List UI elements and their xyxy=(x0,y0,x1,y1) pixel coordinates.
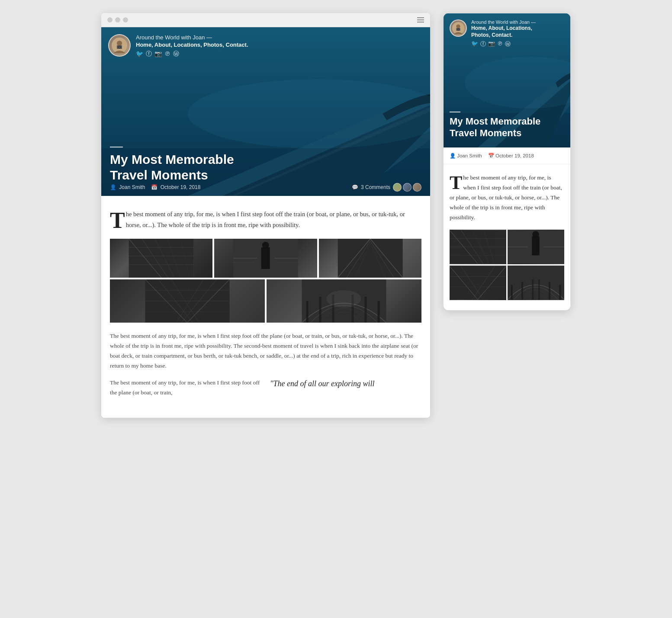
mobile-wordpress-icon[interactable]: Ⓦ xyxy=(505,40,511,48)
mobile-twitter-icon[interactable]: 🐦 xyxy=(471,40,478,48)
hero-content: My Most Memorable Travel Moments xyxy=(110,147,234,183)
photo-row-2 xyxy=(110,279,421,323)
hero-section: Around the World with Joan — Home, About… xyxy=(101,27,430,196)
mobile-photo-grid xyxy=(450,230,564,300)
mobile-facebook-icon[interactable]: ⓕ xyxy=(480,40,486,48)
browser-dots xyxy=(107,17,128,22)
mobile-blog-nav[interactable]: Home, About, Locations, Photos, Contact. xyxy=(471,25,536,38)
svg-rect-45 xyxy=(306,301,309,323)
blog-title-area: Around the World with Joan — Home, About… xyxy=(136,34,248,58)
svg-rect-83 xyxy=(521,282,523,300)
mobile-calendar-icon: 📅 xyxy=(488,153,495,158)
wordpress-icon[interactable]: Ⓦ xyxy=(173,50,179,58)
blog-site-title: Around the World with Joan — xyxy=(136,34,248,41)
mobile-drop-cap: T xyxy=(450,175,462,191)
svg-rect-81 xyxy=(508,266,564,300)
mobile-title-line1: My Most Memorable xyxy=(450,116,564,127)
dot-red xyxy=(107,17,113,22)
mobile-post-date: October 19, 2018 xyxy=(495,153,534,158)
photo-5 xyxy=(267,279,421,323)
photo-grid xyxy=(110,239,421,323)
mobile-blog-social: 🐦 ⓕ 📷 ℗ Ⓦ xyxy=(471,40,536,48)
article-intro-text: he best moment of any trip, for me, is w… xyxy=(126,211,405,228)
drop-cap-letter: T xyxy=(110,211,125,230)
comment-icon: 💬 xyxy=(352,184,358,190)
hero-meta-left: 👤 Joan Smith 📅 October 19, 2018 xyxy=(110,184,200,190)
svg-rect-74 xyxy=(450,266,506,300)
article-bottom: The best moment of any trip, for me, is … xyxy=(110,378,421,405)
mobile-title-line2: Travel Moments xyxy=(450,128,564,139)
dot-yellow xyxy=(115,17,120,22)
mobile-photo-row-2 xyxy=(450,266,564,300)
svg-rect-85 xyxy=(538,279,540,300)
mobile-nav-line1: Home, About, Locations, xyxy=(471,25,536,32)
svg-point-7 xyxy=(119,47,120,48)
mobile-pinterest-icon[interactable]: ℗ xyxy=(497,40,503,48)
facebook-icon[interactable]: ⓕ xyxy=(146,50,152,58)
commenter-avatar-3 xyxy=(413,183,421,192)
svg-rect-87 xyxy=(559,285,561,300)
mobile-article-text: he best moment of any trip, for me, is w… xyxy=(450,174,562,221)
mobile-instagram-icon[interactable]: 📷 xyxy=(488,40,495,48)
photo-4 xyxy=(110,279,265,323)
mobile-hero-divider xyxy=(450,112,460,112)
mobile-author-meta: 👤 Joan Smith xyxy=(450,153,482,159)
article-body: The best moment of any trip, for me, is … xyxy=(110,331,421,371)
mobile-blog-site-title: Around the World with Joan — xyxy=(471,19,536,25)
mobile-author-icon: 👤 xyxy=(450,153,457,158)
pullquote: "The end of all our exploring will xyxy=(270,378,421,390)
svg-rect-50 xyxy=(378,301,380,323)
commenter-avatar-2 xyxy=(403,183,412,192)
date-meta: 📅 October 19, 2018 xyxy=(151,184,200,190)
hero-title: My Most Memorable Travel Moments xyxy=(110,152,234,183)
pinterest-icon[interactable]: ℗ xyxy=(164,50,170,58)
browser-menu-icon[interactable] xyxy=(417,17,424,22)
author-meta: 👤 Joan Smith xyxy=(110,184,145,190)
article-intro: T he best moment of any trip, for me, is… xyxy=(110,209,421,230)
hero-title-line2: Travel Moments xyxy=(110,167,234,183)
hero-title-line1: My Most Memorable xyxy=(110,152,234,167)
mobile-photo-1 xyxy=(450,230,506,264)
twitter-icon[interactable]: 🐦 xyxy=(136,50,143,58)
mobile-photo-row-1 xyxy=(450,230,564,264)
menu-line xyxy=(417,22,424,22)
blog-nav[interactable]: Home, About, Locations, Photos, Contact. xyxy=(136,42,248,48)
svg-point-51 xyxy=(327,290,361,307)
hero-meta: 👤 Joan Smith 📅 October 19, 2018 💬 3 Comm… xyxy=(110,183,421,192)
menu-line xyxy=(417,17,424,18)
mobile-article: T he best moment of any trip, for me, is… xyxy=(444,164,570,310)
author-icon: 👤 xyxy=(110,184,116,190)
desktop-browser: Around the World with Joan — Home, About… xyxy=(101,13,430,418)
hero-meta-right: 💬 3 Comments xyxy=(352,183,421,192)
hero-divider xyxy=(110,147,123,147)
mobile-photo-3 xyxy=(450,266,506,300)
svg-point-71 xyxy=(532,231,539,238)
commenter-avatars xyxy=(393,183,421,192)
svg-point-4 xyxy=(117,41,122,46)
svg-point-59 xyxy=(458,29,459,30)
article-content: T he best moment of any trip, for me, is… xyxy=(101,196,430,418)
svg-rect-8 xyxy=(129,239,194,278)
post-date: October 19, 2018 xyxy=(161,184,201,190)
svg-rect-25 xyxy=(338,239,402,278)
comments-count: 3 Comments xyxy=(361,184,390,190)
avatar-image xyxy=(112,38,127,53)
menu-line xyxy=(417,19,424,20)
browser-toolbar xyxy=(101,13,430,27)
calendar-icon: 📅 xyxy=(151,184,158,190)
svg-rect-49 xyxy=(365,297,367,323)
avatar xyxy=(108,34,131,57)
article-body-2: The best moment of any trip, for me, is … xyxy=(110,378,261,398)
mobile-article-intro: T he best moment of any trip, for me, is… xyxy=(450,173,564,223)
mobile-date-meta: 📅 October 19, 2018 xyxy=(488,153,534,159)
svg-rect-84 xyxy=(532,279,534,300)
photo-2 xyxy=(214,239,317,278)
mobile-photo-4 xyxy=(508,266,564,300)
svg-point-56 xyxy=(456,24,460,28)
mobile-hero-meta: 👤 Joan Smith 📅 October 19, 2018 xyxy=(444,147,570,164)
commenter-avatar-1 xyxy=(393,183,402,192)
mobile-avatar-image xyxy=(452,22,464,34)
instagram-icon[interactable]: 📷 xyxy=(154,50,162,58)
author-name: Joan Smith xyxy=(119,184,145,190)
svg-rect-19 xyxy=(261,247,270,269)
